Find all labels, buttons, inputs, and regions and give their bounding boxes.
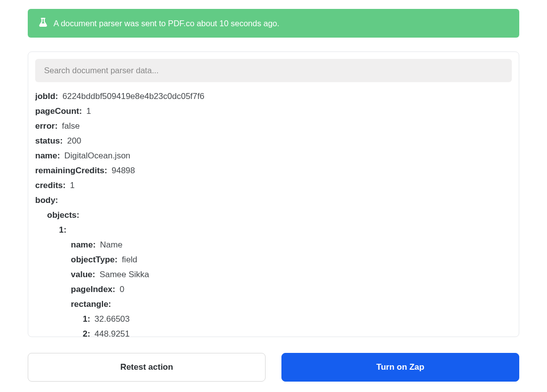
key: name: <box>71 240 96 249</box>
key: remainingCredits: <box>35 166 107 175</box>
value: false <box>62 121 80 131</box>
key: jobId: <box>35 92 58 101</box>
kv-credits: credits: 1 <box>35 178 509 193</box>
data-view[interactable]: jobId: 6224bddbf509419e8e4b23c0dc05f7f6 … <box>35 89 512 337</box>
turn-on-zap-button[interactable]: Turn on Zap <box>281 353 519 382</box>
kv-obj1-value: value: Samee Sikka <box>35 267 509 282</box>
value: 0 <box>119 285 124 294</box>
value: DigitalOcean.json <box>64 151 130 160</box>
key: credits: <box>35 181 65 190</box>
key: objectType: <box>71 255 117 264</box>
banner-message: A document parser was sent to PDF.co abo… <box>54 19 279 28</box>
retest-action-button[interactable]: Retest action <box>28 353 266 382</box>
key: 1: <box>83 314 90 324</box>
flask-icon <box>39 18 54 29</box>
key: error: <box>35 121 57 131</box>
key: status: <box>35 136 63 146</box>
kv-obj1-rectangle: rectangle: <box>35 297 509 312</box>
success-banner: A document parser was sent to PDF.co abo… <box>28 9 519 38</box>
kv-obj1-objectType: objectType: field <box>35 252 509 267</box>
value: Name <box>100 240 122 249</box>
value: Samee Sikka <box>100 270 149 279</box>
kv-jobId: jobId: 6224bddbf509419e8e4b23c0dc05f7f6 <box>35 89 509 104</box>
search-input[interactable] <box>35 59 512 82</box>
kv-rect-1: 1: 32.66503 <box>35 312 509 327</box>
key: pageIndex: <box>71 285 115 294</box>
kv-obj-1: 1: <box>35 223 509 238</box>
key: 1: <box>59 225 66 235</box>
value: 6224bddbf509419e8e4b23c0dc05f7f6 <box>62 92 204 101</box>
key: pageCount: <box>35 106 82 116</box>
kv-status: status: 200 <box>35 134 509 148</box>
kv-error: error: false <box>35 119 509 134</box>
results-panel: jobId: 6224bddbf509419e8e4b23c0dc05f7f6 … <box>28 51 519 337</box>
value: 1 <box>86 106 91 116</box>
value: field <box>122 255 137 264</box>
key: 2: <box>83 329 90 337</box>
kv-body: body: <box>35 193 509 208</box>
value: 448.9251 <box>95 329 130 337</box>
kv-obj1-name: name: Name <box>35 238 509 252</box>
key: value: <box>71 270 95 279</box>
kv-remainingCredits: remainingCredits: 94898 <box>35 163 509 178</box>
key: name: <box>35 151 60 160</box>
kv-rect-2: 2: 448.9251 <box>35 327 509 337</box>
kv-obj1-pageIndex: pageIndex: 0 <box>35 282 509 297</box>
value: 94898 <box>111 166 135 175</box>
value: 32.66503 <box>95 314 130 324</box>
kv-name: name: DigitalOcean.json <box>35 148 509 163</box>
value: 200 <box>67 136 81 146</box>
key: rectangle: <box>71 299 111 309</box>
kv-objects: objects: <box>35 208 509 223</box>
key: body: <box>35 196 58 205</box>
value: 1 <box>70 181 74 190</box>
kv-pageCount: pageCount: 1 <box>35 104 509 119</box>
footer-actions: Retest action Turn on Zap <box>28 353 519 382</box>
key: objects: <box>47 210 79 220</box>
